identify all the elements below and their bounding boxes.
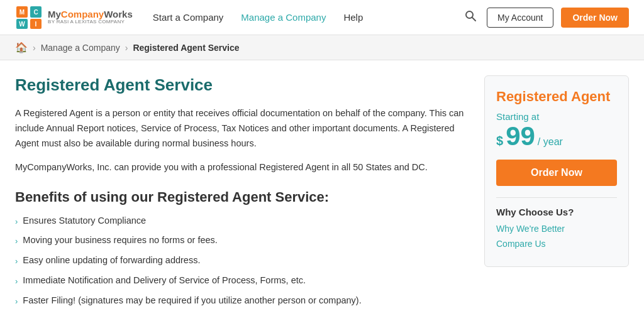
price-period: / year — [538, 136, 563, 148]
breadcrumb-home-icon[interactable]: 🏠 — [15, 41, 28, 53]
svg-line-9 — [472, 18, 475, 21]
why-were-better-link[interactable]: Why We're Better — [496, 224, 617, 234]
benefits-title: Benefits of using our Registered Agent S… — [15, 189, 467, 205]
price-amount: 99 — [506, 123, 535, 150]
breadcrumb: 🏠 › Manage a Company › Registered Agent … — [0, 35, 644, 60]
sidebar-card: Registered Agent Starting at $ 99 / year… — [484, 75, 629, 267]
benefit-text: Ensures Statutory Compliance — [23, 214, 146, 228]
logo-company: Company — [61, 9, 104, 19]
compare-us-link[interactable]: Compare Us — [496, 239, 617, 249]
content-left: Registered Agent Service A Registered Ag… — [15, 75, 467, 313]
sidebar-service-title: Registered Agent — [496, 89, 617, 105]
chevron-icon: › — [15, 275, 18, 288]
order-now-header-button[interactable]: Order Now — [561, 8, 629, 28]
chevron-icon: › — [15, 235, 18, 248]
description-1: A Registered Agent is a person or entity… — [15, 106, 467, 151]
chevron-icon: › — [15, 255, 18, 268]
why-choose-section: Why Choose Us? Why We're Better Compare … — [496, 197, 617, 249]
benefit-text: Moving your business requires no forms o… — [23, 234, 217, 248]
logo-sub: BY RASi A LEXITAS COMPANY — [48, 19, 133, 25]
svg-text:M: M — [19, 9, 25, 16]
list-item: › Easy online updating of forwarding add… — [15, 254, 467, 268]
svg-text:I: I — [35, 21, 37, 28]
sidebar-starting-at: Starting at — [496, 111, 617, 122]
benefit-text: Easy online updating of forwarding addre… — [23, 254, 200, 268]
search-icon — [464, 9, 477, 22]
header: M C W I MyCompanyWorks BY RASi A LEXITAS… — [0, 0, 644, 35]
breadcrumb-current: Registered Agent Service — [133, 43, 239, 53]
benefit-text: Faster Filing! (signatures may be requir… — [23, 294, 361, 308]
list-item: › Ensures Statutory Compliance — [15, 214, 467, 228]
page-title: Registered Agent Service — [15, 75, 467, 95]
nav-help[interactable]: Help — [343, 12, 363, 23]
price-row: $ 99 / year — [496, 123, 617, 150]
list-item: › Immediate Notification and Delivery of… — [15, 274, 467, 288]
nav-manage-company[interactable]: Manage a Company — [241, 12, 326, 23]
price-dollar: $ — [496, 134, 503, 148]
chevron-icon: › — [15, 215, 18, 228]
header-right: My Account Order Now — [462, 7, 629, 28]
sidebar: Registered Agent Starting at $ 99 / year… — [484, 75, 629, 313]
breadcrumb-sep-2: › — [125, 43, 128, 53]
main-nav: Start a Company Manage a Company Help — [153, 12, 462, 23]
benefit-text: Immediate Notification and Delivery of S… — [23, 274, 306, 288]
breadcrumb-manage-link[interactable]: Manage a Company — [41, 43, 120, 53]
nav-start-company[interactable]: Start a Company — [153, 12, 224, 23]
search-icon-button[interactable] — [462, 7, 479, 28]
main-content: Registered Agent Service A Registered Ag… — [0, 60, 644, 316]
logo: M C W I MyCompanyWorks BY RASi A LEXITAS… — [15, 5, 133, 30]
order-now-sidebar-button[interactable]: Order Now — [496, 160, 617, 186]
logo-works: Works — [104, 9, 133, 19]
chevron-icon: › — [15, 295, 18, 308]
my-account-button[interactable]: My Account — [487, 8, 553, 28]
logo-text: MyCompanyWorks BY RASi A LEXITAS COMPANY — [48, 9, 133, 25]
breadcrumb-sep-1: › — [33, 43, 36, 53]
svg-text:W: W — [19, 21, 25, 28]
why-choose-title: Why Choose Us? — [496, 207, 617, 217]
benefits-list: › Ensures Statutory Compliance › Moving … — [15, 214, 467, 308]
logo-icon: M C W I — [15, 5, 43, 30]
logo-my: My — [48, 9, 61, 19]
list-item: › Moving your business requires no forms… — [15, 234, 467, 248]
svg-text:C: C — [33, 9, 38, 16]
list-item: › Faster Filing! (signatures may be requ… — [15, 294, 467, 308]
description-2: MyCompanyWorks, Inc. can provide you wit… — [15, 160, 467, 175]
